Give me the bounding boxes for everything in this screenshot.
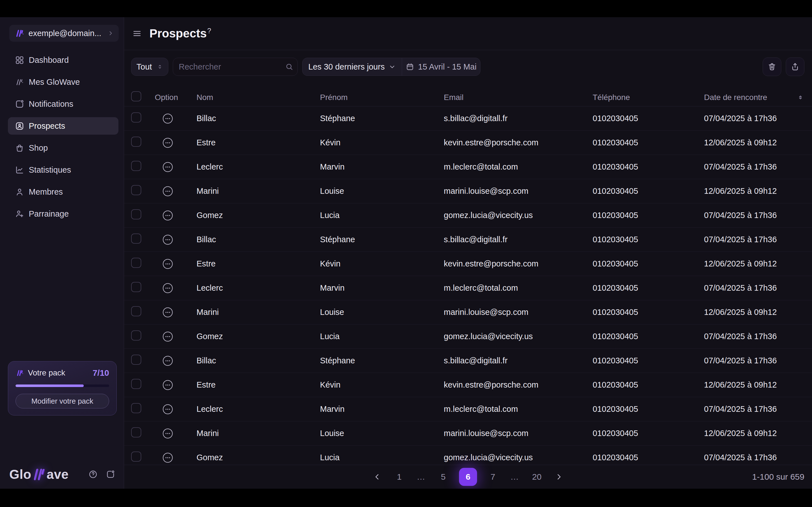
row-options-button[interactable]	[161, 355, 174, 367]
row-options-button[interactable]	[161, 379, 174, 391]
cell-prenom: Lucia	[320, 453, 444, 462]
sidebar-footer: Glo ave	[9, 466, 115, 483]
page-button-6[interactable]: 6	[459, 468, 477, 486]
cell-nom: Estre	[197, 259, 320, 269]
result-range-label: 1-100 sur 659	[752, 472, 804, 482]
ellipsis-menu-icon	[161, 403, 174, 415]
sidebar-item-membres[interactable]: Membres	[8, 183, 118, 201]
row-options-button[interactable]	[161, 136, 174, 149]
row-options-button[interactable]	[161, 306, 174, 319]
sidebar-item-notifications[interactable]: Notifications	[8, 95, 118, 113]
row-checkbox[interactable]	[131, 330, 141, 341]
row-checkbox[interactable]	[131, 258, 141, 268]
sidebar-item-parrainage[interactable]: Parrainage	[8, 205, 118, 223]
glowave-w-gradient-icon	[31, 467, 47, 482]
row-checkbox[interactable]	[131, 379, 141, 389]
sidebar-item-prospects[interactable]: Prospects	[8, 117, 118, 135]
sort-icon[interactable]	[797, 94, 804, 101]
sidebar-item-mes-glowave[interactable]: Mes GloWave	[8, 73, 118, 91]
cell-date: 07/04/2025 à 17h36	[704, 332, 804, 341]
toolbar: Tout Les 30 derniers jours 15 Avril -	[131, 58, 804, 76]
row-checkbox[interactable]	[131, 452, 141, 462]
ellipsis-menu-icon	[161, 233, 174, 246]
dashboard-icon	[15, 55, 24, 65]
row-options-button[interactable]	[161, 161, 174, 173]
sidebar-item-dashboard[interactable]: Dashboard	[8, 51, 118, 69]
row-checkbox[interactable]	[131, 209, 141, 219]
sidebar-item-label: Parrainage	[29, 209, 69, 219]
sidebar-item-label: Prospects	[29, 121, 65, 131]
cell-telephone: 0102030405	[593, 453, 704, 462]
cell-telephone: 0102030405	[593, 259, 704, 269]
next-page-button[interactable]	[553, 473, 565, 481]
cell-date: 12/06/2025 à 09h12	[704, 307, 804, 317]
referral-icon	[15, 209, 24, 219]
prev-page-button[interactable]	[371, 473, 384, 481]
cell-telephone: 0102030405	[593, 186, 704, 196]
cell-nom: Gomez	[197, 332, 320, 341]
row-checkbox[interactable]	[131, 355, 141, 365]
column-prenom: Prénom	[320, 93, 444, 102]
cell-email: m.leclerc@total.com	[444, 404, 593, 414]
row-options-button[interactable]	[161, 209, 174, 222]
row-checkbox[interactable]	[131, 136, 141, 147]
table-row: Gomez Lucia gomez.lucia@vicecity.us 0102…	[124, 203, 812, 228]
cell-telephone: 0102030405	[593, 307, 704, 317]
help-icon[interactable]	[88, 469, 98, 479]
account-switcher[interactable]: exemple@domain...	[9, 25, 119, 42]
delete-button[interactable]	[763, 57, 781, 76]
date-range-picker[interactable]: 15 Avril - 15 Mai	[402, 58, 480, 75]
row-checkbox[interactable]	[131, 306, 141, 316]
row-options-button[interactable]	[161, 233, 174, 246]
help-superscript[interactable]: ?	[207, 27, 211, 35]
filter-dropdown[interactable]: Tout	[131, 58, 168, 76]
cell-prenom: Louise	[320, 429, 444, 438]
row-checkbox[interactable]	[131, 233, 141, 244]
page-button-7[interactable]: 7	[487, 472, 499, 482]
glowave-icon	[15, 77, 24, 87]
row-options-button[interactable]	[161, 282, 174, 294]
row-checkbox[interactable]	[131, 427, 141, 438]
row-checkbox[interactable]	[131, 282, 141, 292]
cell-email: marini.louise@scp.com	[444, 307, 593, 317]
cell-nom: Leclerc	[197, 404, 320, 414]
glowave-logo-icon	[14, 28, 24, 38]
ellipsis-menu-icon	[161, 209, 174, 222]
period-dropdown[interactable]: Les 30 derniers jours	[303, 58, 402, 75]
row-checkbox[interactable]	[131, 112, 141, 122]
row-checkbox[interactable]	[131, 161, 141, 171]
notifications-icon[interactable]	[106, 469, 115, 479]
cell-nom: Estre	[197, 380, 320, 390]
row-options-button[interactable]	[161, 403, 174, 415]
cell-date: 07/04/2025 à 17h36	[704, 404, 804, 414]
row-options-button[interactable]	[161, 185, 174, 198]
table-row: Billac Stéphane s.billac@digitall.fr 010…	[124, 228, 812, 252]
pack-progress-fill	[15, 385, 84, 387]
table-row: Estre Kévin kevin.estre@porsche.com 0102…	[124, 252, 812, 276]
page-button-5[interactable]: 5	[437, 472, 449, 482]
cell-date: 07/04/2025 à 17h36	[704, 114, 804, 123]
modify-pack-button[interactable]: Modifier votre pack	[15, 394, 109, 408]
export-button[interactable]	[786, 57, 804, 76]
search-icon	[285, 62, 294, 71]
row-options-button[interactable]	[161, 427, 174, 440]
sidebar-nav: Dashboard Mes GloWave Notifications	[8, 51, 118, 223]
page-button-20[interactable]: 20	[530, 472, 543, 482]
sidebar-item-shop[interactable]: Shop	[8, 139, 118, 157]
hamburger-icon[interactable]	[132, 29, 142, 39]
shop-icon	[15, 143, 24, 153]
cell-date: 12/06/2025 à 09h12	[704, 380, 804, 390]
row-options-button[interactable]	[161, 112, 174, 125]
row-options-button[interactable]	[161, 452, 174, 464]
table-row: Leclerc Marvin m.leclerc@total.com 01020…	[124, 397, 812, 421]
select-all-checkbox[interactable]	[131, 91, 141, 101]
row-options-button[interactable]	[161, 258, 174, 270]
cell-prenom: Marvin	[320, 162, 444, 172]
row-options-button[interactable]	[161, 330, 174, 343]
row-checkbox[interactable]	[131, 403, 141, 413]
sidebar-item-statistiques[interactable]: Statistiques	[8, 161, 118, 179]
row-checkbox[interactable]	[131, 185, 141, 195]
table-body: Billac Stéphane s.billac@digitall.fr 010…	[124, 107, 812, 489]
page-button-1[interactable]: 1	[393, 472, 405, 482]
search-input[interactable]	[179, 62, 285, 71]
